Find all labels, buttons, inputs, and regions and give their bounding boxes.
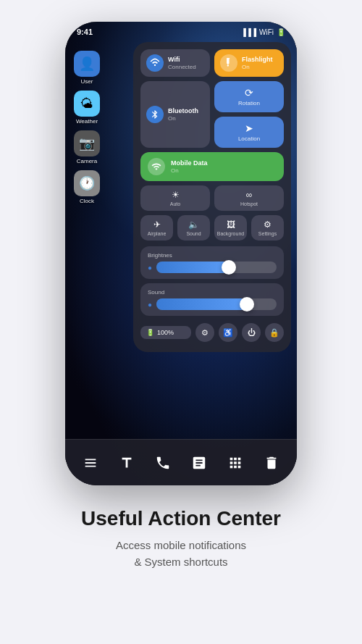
settings-button[interactable]: ⚙ Settings xyxy=(251,215,284,241)
auto-hotspot-row: ☀ Auto ∞ Hotspot xyxy=(140,185,284,211)
auto-label: Auto xyxy=(170,201,180,206)
phone-wrapper: 9:41 ▐▐▐ WiFi 🔋 👤 User 🌤 Weather 📷 Camer… xyxy=(65,22,297,485)
page-title: Useful Action Center xyxy=(81,507,281,530)
flashlight-title: Flashlight xyxy=(242,56,273,64)
mobile-data-title: Mobile Data xyxy=(171,159,208,167)
app-icons-column: 👤 User 🌤 Weather 📷 Camera 🕐 Clock xyxy=(74,51,100,204)
mobile-data-text: Mobile Data On xyxy=(171,159,208,174)
status-bar: 9:41 ▐▐▐ WiFi 🔋 xyxy=(65,22,297,42)
flashlight-icon xyxy=(220,54,237,72)
phone-shell: 9:41 ▐▐▐ WiFi 🔋 👤 User 🌤 Weather 📷 Camer… xyxy=(65,22,297,485)
dock-phone-icon[interactable] xyxy=(150,450,176,476)
cc-bottom-bar: 🔋 100% ⚙ ♿ ⏻ 🔒 xyxy=(140,320,284,345)
settings-label: Settings xyxy=(258,231,277,236)
settings-icon: ⚙ xyxy=(264,219,272,230)
bluetooth-sub: On xyxy=(168,115,198,122)
status-time: 9:41 xyxy=(77,28,93,36)
app-icon-camera[interactable]: 📷 Camera xyxy=(74,130,100,164)
weather-app-icon: 🌤 xyxy=(74,91,100,117)
status-icons: ▐▐▐ WiFi 🔋 xyxy=(241,28,285,36)
app-icon-user[interactable]: 👤 User xyxy=(74,51,100,85)
sound-fill xyxy=(156,298,246,310)
bottom-row4: ✈ Airplane 🔈 Sound 🖼 Background ⚙ Settin… xyxy=(140,215,284,241)
mobile-data-button[interactable]: Mobile Data On xyxy=(140,152,284,181)
power-icon: ⏻ xyxy=(248,328,256,337)
settings-bottom-icon: ⚙ xyxy=(201,328,209,338)
brightness-thumb[interactable] xyxy=(222,260,236,275)
dock-notes-icon[interactable] xyxy=(186,450,212,476)
control-center-top-grid: Wifi Connected Flashlight On xyxy=(140,49,284,148)
hotspot-icon: ∞ xyxy=(246,190,253,200)
bluetooth-icon xyxy=(146,106,164,123)
battery-status-icon: 🔋 xyxy=(277,28,285,36)
flashlight-text: Flashlight On xyxy=(242,56,273,70)
background-label: Background xyxy=(217,231,244,236)
brightness-label: Brightnes xyxy=(148,252,277,259)
sound-slider[interactable] xyxy=(156,298,277,310)
clock-app-icon: 🕐 xyxy=(74,170,100,196)
power-button[interactable]: ⏻ xyxy=(242,323,261,342)
wifi-sub: Connected xyxy=(168,64,196,71)
brightness-slider-row: ● xyxy=(148,262,277,273)
auto-button[interactable]: ☀ Auto xyxy=(140,185,210,211)
app-icon-clock[interactable]: 🕐 Clock xyxy=(74,170,100,204)
user-app-icon: 👤 xyxy=(74,51,100,77)
wifi-icon xyxy=(146,54,164,72)
flashlight-sub: On xyxy=(242,64,273,71)
wifi-text: Wifi Connected xyxy=(168,56,196,70)
control-center-panel: Wifi Connected Flashlight On xyxy=(133,42,291,352)
airplane-icon: ✈ xyxy=(153,219,161,230)
accessibility-icon: ♿ xyxy=(223,328,233,338)
settings-bottom-button[interactable]: ⚙ xyxy=(195,323,214,342)
dock-text-icon[interactable] xyxy=(114,450,140,476)
cc-bottom-icons: ⚙ ♿ ⏻ 🔒 xyxy=(195,323,284,342)
bluetooth-button[interactable]: Bluetooth On xyxy=(140,81,210,148)
battery-percentage: 100% xyxy=(157,329,174,336)
page-subtitle: Access mobile notifications& System shor… xyxy=(81,538,281,570)
flashlight-button[interactable]: Flashlight On xyxy=(214,49,284,77)
accessibility-button[interactable]: ♿ xyxy=(219,323,237,342)
battery-indicator: 🔋 100% xyxy=(140,326,191,339)
sound-thumb[interactable] xyxy=(240,297,254,311)
background-button[interactable]: 🖼 Background xyxy=(214,215,247,241)
signal-icon: ▐▐▐ xyxy=(241,28,256,36)
camera-app-label: Camera xyxy=(77,158,97,164)
hotspot-button[interactable]: ∞ Hotspot xyxy=(214,185,284,211)
rotation-label: Rotation xyxy=(238,100,260,106)
sound-button-label: Sound xyxy=(186,231,201,236)
location-button[interactable]: ➤ Location xyxy=(214,117,284,148)
dock-trash-icon[interactable] xyxy=(258,450,285,476)
mobile-data-sub: On xyxy=(171,167,208,175)
bluetooth-title: Bluetooth xyxy=(168,107,198,115)
brightness-section: Brightnes ● xyxy=(140,246,284,279)
brightness-fill xyxy=(156,262,229,273)
lock-icon: 🔒 xyxy=(269,328,279,338)
brightness-min-icon: ● xyxy=(148,264,152,272)
sound-slider-section: Sound ● xyxy=(140,283,284,316)
background-icon: 🖼 xyxy=(227,219,235,230)
airplane-button[interactable]: ✈ Airplane xyxy=(140,215,173,241)
sound-min-icon: ● xyxy=(148,301,152,309)
bluetooth-text: Bluetooth On xyxy=(168,107,198,122)
wifi-button[interactable]: Wifi Connected xyxy=(140,49,210,77)
rotation-button[interactable]: ⟳ Rotation xyxy=(214,81,284,112)
battery-icon: 🔋 xyxy=(146,329,154,336)
app-icon-weather[interactable]: 🌤 Weather xyxy=(74,91,100,125)
sound-icon: 🔈 xyxy=(188,219,199,230)
dock-finder-icon[interactable] xyxy=(77,450,104,476)
lock-button[interactable]: 🔒 xyxy=(265,323,284,342)
rotation-icon: ⟳ xyxy=(245,87,253,99)
sound-slider-row: ● xyxy=(148,298,277,310)
dock-apps-icon[interactable] xyxy=(222,450,248,476)
brightness-slider[interactable] xyxy=(156,262,277,273)
location-icon: ➤ xyxy=(245,122,253,134)
sound-button[interactable]: 🔈 Sound xyxy=(177,215,210,241)
wifi-status-icon: WiFi xyxy=(259,28,274,36)
page-title-section: Useful Action Center Access mobile notif… xyxy=(52,507,310,592)
phone-dock xyxy=(65,439,297,485)
hotspot-label: Hotspot xyxy=(240,201,258,206)
sound-slider-label: Sound xyxy=(148,289,277,296)
clock-app-label: Clock xyxy=(80,198,94,204)
rotation-location-group: ⟳ Rotation ➤ Location xyxy=(214,81,284,148)
weather-app-label: Weather xyxy=(76,118,98,125)
